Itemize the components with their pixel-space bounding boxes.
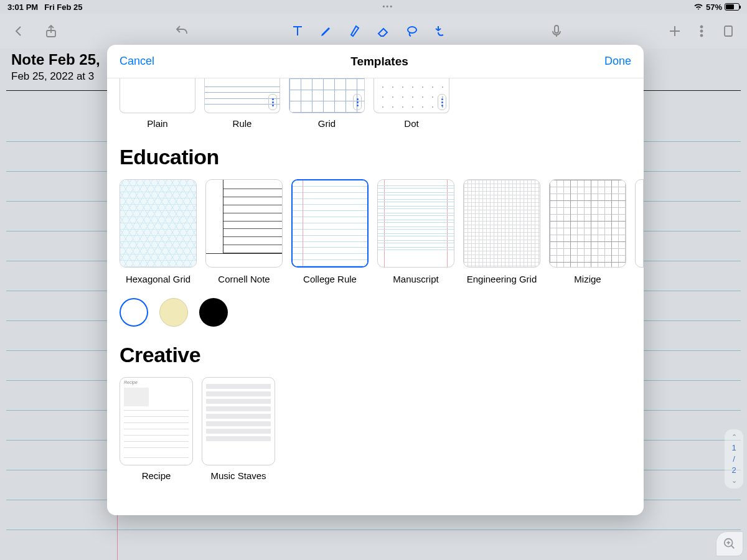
lasso-tool-icon[interactable] [405,24,420,39]
eraser-tool-icon[interactable] [376,24,391,39]
back-icon[interactable] [11,24,26,39]
template-mizige[interactable]: Mizige [549,179,626,284]
page-indicator[interactable]: ⌃ 1 / 2 ⌄ [725,429,743,488]
highlighter-tool-icon[interactable] [347,24,362,39]
share-icon[interactable] [44,24,59,39]
chevron-up-icon[interactable]: ⌃ [731,433,737,441]
status-time: 3:01 PM [7,2,38,12]
template-label: Recipe [120,470,193,481]
page-current: 1 [731,443,736,452]
template-plain[interactable]: Plain [120,78,195,129]
chevron-down-icon[interactable]: ⌄ [731,477,737,485]
basic-templates-row: Plain Rule Grid Dot [120,78,631,129]
options-icon[interactable] [353,94,362,110]
app-toolbar [0,14,747,49]
creative-templates-row: Recipe Recipe Music Staves [120,377,631,481]
modal-header: Cancel Templates Done [107,45,644,78]
text-tool-icon[interactable] [290,24,305,39]
template-dot[interactable]: Dot [374,78,449,129]
template-engineering-grid[interactable]: Engineering Grid [463,179,540,284]
drawing-tools [290,24,448,39]
svg-point-4 [700,30,703,32]
multitask-dots-icon[interactable]: ••• [382,2,393,10]
undo-icon[interactable] [174,24,189,39]
modal-title: Templates [350,55,408,68]
template-cornell-note[interactable]: Cornell Note [205,179,283,284]
template-label: Mizige [549,274,626,284]
section-creative: Creative [120,343,631,367]
mic-icon[interactable] [549,24,564,39]
done-button[interactable]: Done [604,55,631,68]
page-total: 2 [731,465,736,475]
modal-body: Plain Rule Grid Dot Education [107,78,644,515]
template-music-staves[interactable]: Music Staves [202,377,275,481]
template-rule[interactable]: Rule [204,78,280,129]
paper-margin [117,514,118,560]
more-icon[interactable] [700,24,703,39]
template-label: Rule [204,118,280,129]
shape-tool-icon[interactable] [433,24,448,39]
wifi-icon [693,3,703,11]
svg-point-1 [408,27,416,33]
education-templates-row: Hexagonal Grid Cornell Note College Rule… [120,179,631,284]
template-grid[interactable]: Grid [289,78,365,129]
status-bar: 3:01 PM Fri Feb 25 ••• 57% [0,0,747,14]
pages-icon[interactable] [721,24,736,39]
status-date: Fri Feb 25 [44,2,82,12]
template-label: College Rule [291,274,369,284]
zoom-in-icon [723,537,736,551]
pen-tool-icon[interactable] [319,24,334,39]
template-label: Engineering Grid [463,274,540,284]
template-label: Hexagonal Grid [120,274,197,284]
color-cream[interactable] [159,298,188,327]
cancel-button[interactable]: Cancel [120,55,154,68]
note-subtitle: Feb 25, 2022 at 3 [11,70,100,83]
template-label: Manuscript [377,274,454,284]
template-recipe[interactable]: Recipe Recipe [120,377,193,481]
template-label: Cornell Note [205,274,283,284]
svg-point-5 [700,34,703,37]
page-sep: / [733,454,735,464]
note-title: Note Feb 25, [11,51,100,68]
note-header: Note Feb 25, Feb 25, 2022 at 3 [11,51,100,83]
svg-rect-6 [725,26,732,36]
battery-icon [725,3,740,11]
template-label: Music Staves [202,470,275,481]
template-manuscript[interactable]: Manuscript [377,179,454,284]
svg-point-3 [700,26,703,28]
svg-rect-2 [555,26,558,33]
template-label: Plain [120,118,195,129]
templates-modal: Cancel Templates Done Plain Rule Grid [107,45,644,515]
add-icon[interactable] [667,24,682,39]
battery-percent: 57% [706,2,722,12]
color-white[interactable] [120,298,148,327]
template-peek[interactable] [635,179,644,284]
color-swatches [120,298,631,327]
color-black[interactable] [199,298,228,327]
template-label: Grid [289,118,365,129]
options-icon[interactable] [438,94,446,110]
section-education: Education [120,145,631,169]
template-label: Dot [374,118,449,129]
template-hexagonal-grid[interactable]: Hexagonal Grid [120,179,197,284]
options-icon[interactable] [268,94,277,110]
zoom-button[interactable] [716,531,743,556]
template-college-rule[interactable]: College Rule [291,179,369,284]
